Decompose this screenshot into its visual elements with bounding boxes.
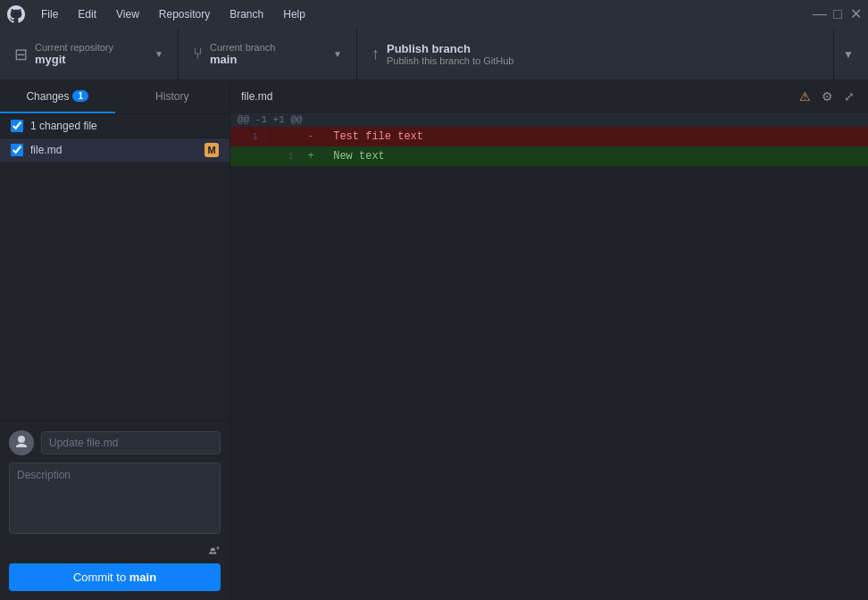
diff-content: @@ -1 +1 @@ 1 - Test file text 1 + New t… xyxy=(230,112,868,600)
menu-view[interactable]: View xyxy=(107,4,148,24)
diff-area: file.md ⚠ ⚙ ⤢ @@ -1 +1 @@ 1 - Test file … xyxy=(230,80,868,600)
menu-branch[interactable]: Branch xyxy=(221,4,272,24)
diff-added-text: New text xyxy=(320,148,392,164)
diff-filename: file.md xyxy=(241,90,272,103)
branch-text: Current branch main xyxy=(210,42,326,66)
publish-text: Publish branch Publish this branch to Gi… xyxy=(387,42,513,66)
diff-toolbar-right: ⚠ ⚙ ⤢ xyxy=(797,87,857,106)
github-icon xyxy=(7,5,25,23)
diff-removed-marker: - xyxy=(302,130,320,143)
commit-description-input[interactable] xyxy=(9,462,221,534)
add-coauthor-button[interactable] xyxy=(208,544,221,556)
main-area: Changes 1 History 1 changed file file.md… xyxy=(0,80,868,600)
changes-badge: 1 xyxy=(72,90,88,102)
repo-name: mygit xyxy=(35,53,147,66)
toolbar: ⊟ Current repository mygit ▼ ⑂ Current b… xyxy=(0,29,868,80)
avatar xyxy=(9,430,34,455)
commit-input-row xyxy=(9,430,221,455)
minimize-button[interactable]: — xyxy=(814,9,825,20)
diff-line-added: 1 + New text xyxy=(230,146,868,166)
branch-name: main xyxy=(210,53,326,66)
commit-button[interactable]: Commit to main xyxy=(9,563,221,591)
tab-changes-label: Changes xyxy=(26,90,69,103)
file-checkbox[interactable] xyxy=(11,144,23,156)
diff-old-line-num: 1 xyxy=(230,131,266,142)
branch-label: Current branch xyxy=(210,42,326,53)
sidebar: Changes 1 History 1 changed file file.md… xyxy=(0,80,230,600)
list-item[interactable]: file.md M xyxy=(0,138,230,162)
repo-label: Current repository xyxy=(35,42,147,53)
titlebar: File Edit View Repository Branch Help — … xyxy=(0,0,868,29)
file-name: file.md xyxy=(30,144,197,156)
diff-added-marker: + xyxy=(302,150,320,162)
diff-new-line-num-2: 1 xyxy=(266,151,302,162)
settings-icon[interactable]: ⚙ xyxy=(819,87,836,106)
expand-icon[interactable]: ⤢ xyxy=(841,87,857,106)
warning-icon[interactable]: ⚠ xyxy=(797,87,814,106)
commit-button-branch: main xyxy=(129,571,156,584)
commit-title-input[interactable] xyxy=(41,431,221,454)
sidebar-tabs: Changes 1 History xyxy=(0,80,230,114)
publish-icon: ↑ xyxy=(371,45,380,63)
publish-branch-section[interactable]: ↑ Publish branch Publish this branch to … xyxy=(357,29,868,79)
menu-edit[interactable]: Edit xyxy=(69,4,105,24)
repo-icon: ⊟ xyxy=(14,45,28,64)
select-all-checkbox[interactable] xyxy=(11,120,23,132)
diff-line-removed: 1 - Test file text xyxy=(230,127,868,146)
menu-help[interactable]: Help xyxy=(274,4,314,24)
branch-chevron-icon: ▼ xyxy=(333,49,342,59)
avatar-icon xyxy=(14,436,29,450)
publish-chevron-icon: ▼ xyxy=(833,29,854,79)
diff-header: file.md ⚠ ⚙ ⤢ xyxy=(230,80,868,112)
diff-hunk-header: @@ -1 +1 @@ xyxy=(230,112,868,127)
file-status-badge: M xyxy=(204,143,219,157)
diff-removed-text: Test file text xyxy=(320,129,430,145)
menu-bar: File Edit View Repository Branch Help xyxy=(32,4,814,24)
files-header: 1 changed file xyxy=(0,114,230,138)
add-coauthor-icon xyxy=(208,544,221,556)
menu-file[interactable]: File xyxy=(32,4,67,24)
commit-area: Commit to main xyxy=(0,421,230,600)
commit-button-prefix: Commit to xyxy=(73,571,129,584)
publish-subtitle: Publish this branch to GitHub xyxy=(387,55,513,66)
tab-history[interactable]: History xyxy=(115,80,230,113)
file-list: file.md M xyxy=(0,138,230,421)
close-button[interactable]: ✕ xyxy=(850,9,861,20)
commit-footer xyxy=(9,544,221,556)
maximize-button[interactable]: □ xyxy=(832,9,843,20)
repo-chevron-icon: ▼ xyxy=(154,49,163,59)
menu-repository[interactable]: Repository xyxy=(150,4,219,24)
tab-changes[interactable]: Changes 1 xyxy=(0,80,115,113)
files-count-label: 1 changed file xyxy=(30,120,97,132)
current-branch-section[interactable]: ⑂ Current branch main ▼ xyxy=(179,29,357,79)
publish-title: Publish branch xyxy=(387,42,513,55)
tab-history-label: History xyxy=(155,90,188,103)
branch-icon: ⑂ xyxy=(193,45,203,63)
window-controls: — □ ✕ xyxy=(814,9,861,20)
current-repo-section[interactable]: ⊟ Current repository mygit ▼ xyxy=(0,29,179,79)
repo-text: Current repository mygit xyxy=(35,42,147,66)
